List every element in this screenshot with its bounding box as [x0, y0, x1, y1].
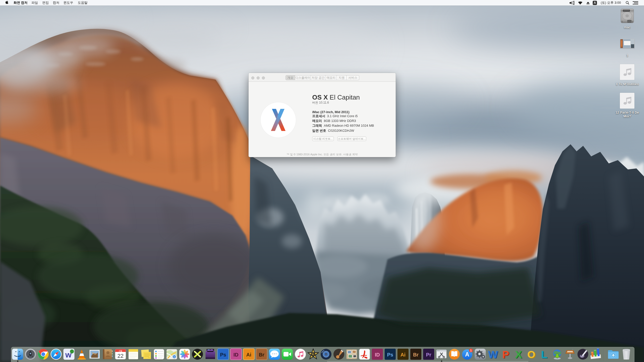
svg-text:ID: ID: [233, 352, 238, 357]
svg-text:A: A: [465, 351, 469, 358]
svg-text:W: W: [488, 349, 498, 360]
svg-text:Ai: Ai: [246, 352, 251, 357]
svg-text:Br: Br: [259, 352, 264, 357]
svg-text:Br: Br: [413, 352, 419, 357]
svg-text:Pr: Pr: [426, 352, 431, 357]
svg-text:Ps: Ps: [387, 352, 393, 357]
svg-text:O: O: [527, 349, 535, 360]
svg-text:L: L: [541, 349, 547, 360]
svg-text:P: P: [502, 349, 509, 360]
svg-text:2월: 2월: [119, 350, 122, 352]
svg-text:30: 30: [174, 356, 175, 358]
svg-text:Ps: Ps: [220, 352, 226, 357]
svg-text:Ai: Ai: [400, 352, 406, 357]
svg-text:1: 1: [470, 349, 472, 352]
svg-text:X: X: [515, 349, 522, 360]
svg-text:ID: ID: [375, 352, 380, 357]
svg-text:22: 22: [117, 353, 124, 359]
